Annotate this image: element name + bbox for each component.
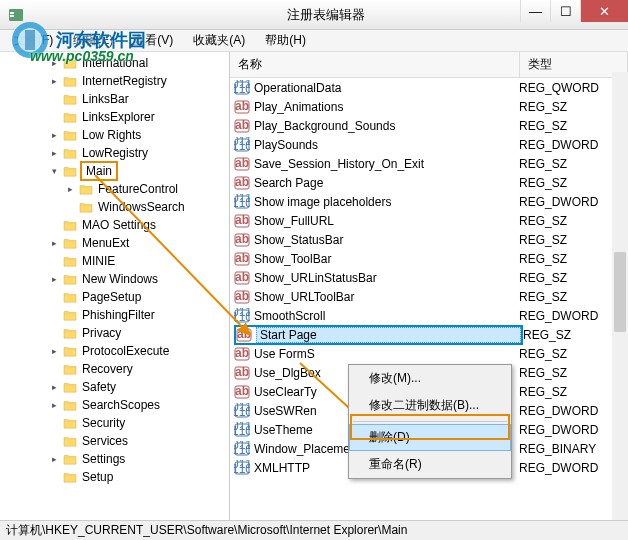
maximize-button[interactable]: ☐ — [550, 0, 580, 22]
list-row[interactable]: abPlay_Background_SoundsREG_SZ — [230, 116, 628, 135]
value-type: REG_DWORD — [519, 309, 598, 323]
column-name[interactable]: 名称 — [230, 52, 520, 77]
tree-item-settings[interactable]: ▸Settings — [0, 450, 229, 468]
expander-icon[interactable] — [48, 363, 60, 375]
context-modify[interactable]: 修改(M)... — [349, 365, 511, 392]
minimize-button[interactable]: — — [520, 0, 550, 22]
tree-item-main[interactable]: ▾Main — [0, 162, 229, 180]
value-name: PlaySounds — [254, 138, 519, 152]
value-name: Play_Background_Sounds — [254, 119, 519, 133]
expander-icon[interactable]: ▸ — [48, 147, 60, 159]
expander-icon[interactable] — [48, 435, 60, 447]
expander-icon[interactable] — [48, 219, 60, 231]
expander-icon[interactable]: ▸ — [48, 345, 60, 357]
list-row[interactable]: 011110SmoothScrollREG_DWORD — [230, 306, 628, 325]
expander-icon[interactable] — [48, 111, 60, 123]
menu-favorites[interactable]: 收藏夹(A) — [183, 30, 255, 51]
svg-text:ab: ab — [237, 327, 251, 341]
list-row[interactable]: abSave_Session_History_On_ExitREG_SZ — [230, 154, 628, 173]
tree-item-minie[interactable]: MINIE — [0, 252, 229, 270]
expander-icon[interactable]: ▸ — [48, 399, 60, 411]
list-row[interactable]: 011110Show image placeholdersREG_DWORD — [230, 192, 628, 211]
tree-item-low-rights[interactable]: ▸Low Rights — [0, 126, 229, 144]
tree-label: PageSetup — [80, 290, 143, 304]
svg-text:ab: ab — [235, 118, 249, 132]
context-modify-binary[interactable]: 修改二进制数据(B)... — [349, 392, 511, 419]
value-type: REG_SZ — [519, 347, 567, 361]
expander-icon[interactable] — [48, 93, 60, 105]
tree-label: Low Rights — [80, 128, 143, 142]
expander-icon[interactable]: ▾ — [48, 165, 60, 177]
list-row[interactable]: abShow_ToolBarREG_SZ — [230, 249, 628, 268]
tree-label: Services — [80, 434, 130, 448]
tree-item-services[interactable]: Services — [0, 432, 229, 450]
value-type: REG_SZ — [519, 100, 567, 114]
expander-icon[interactable] — [48, 471, 60, 483]
close-button[interactable]: ✕ — [580, 0, 628, 22]
expander-icon[interactable] — [48, 291, 60, 303]
tree-item-recovery[interactable]: Recovery — [0, 360, 229, 378]
list-row[interactable]: 011110PlaySoundsREG_DWORD — [230, 135, 628, 154]
tree-item-security[interactable]: Security — [0, 414, 229, 432]
list-row[interactable]: abPlay_AnimationsREG_SZ — [230, 97, 628, 116]
tree-label: MAO Settings — [80, 218, 158, 232]
expander-icon[interactable]: ▸ — [48, 57, 60, 69]
watermark-site: 河东软件园 — [56, 28, 146, 52]
list-scrollbar[interactable] — [612, 72, 628, 520]
tree-item-lowregistry[interactable]: ▸LowRegistry — [0, 144, 229, 162]
list-row[interactable]: abUse FormSREG_SZ — [230, 344, 628, 363]
tree-item-pagesetup[interactable]: PageSetup — [0, 288, 229, 306]
tree-item-privacy[interactable]: Privacy — [0, 324, 229, 342]
list-row[interactable]: abShow_URLinStatusBarREG_SZ — [230, 268, 628, 287]
svg-text:110: 110 — [234, 196, 250, 210]
context-delete[interactable]: 删除(D) — [349, 424, 511, 451]
tree-item-protocolexecute[interactable]: ▸ProtocolExecute — [0, 342, 229, 360]
expander-icon[interactable] — [64, 201, 76, 213]
svg-text:ab: ab — [235, 251, 249, 265]
tree-item-searchscopes[interactable]: ▸SearchScopes — [0, 396, 229, 414]
tree-label: MINIE — [80, 254, 117, 268]
value-type: REG_SZ — [523, 328, 571, 342]
tree-item-international[interactable]: ▸International — [0, 54, 229, 72]
expander-icon[interactable]: ▸ — [48, 273, 60, 285]
value-name: SmoothScroll — [254, 309, 519, 323]
tree-panel[interactable]: ▸International▸InternetRegistryLinksBarL… — [0, 52, 230, 520]
statusbar-path: 计算机\HKEY_CURRENT_USER\Software\Microsoft… — [6, 522, 407, 539]
tree-item-safety[interactable]: ▸Safety — [0, 378, 229, 396]
tree-item-menuext[interactable]: ▸MenuExt — [0, 234, 229, 252]
tree-item-mao-settings[interactable]: MAO Settings — [0, 216, 229, 234]
tree-item-featurecontrol[interactable]: ▸FeatureControl — [0, 180, 229, 198]
value-name: Show_StatusBar — [254, 233, 519, 247]
context-rename[interactable]: 重命名(R) — [349, 451, 511, 478]
tree-item-new-windows[interactable]: ▸New Windows — [0, 270, 229, 288]
list-row[interactable]: abShow_URLToolBarREG_SZ — [230, 287, 628, 306]
svg-text:ab: ab — [235, 175, 249, 189]
tree-item-internetregistry[interactable]: ▸InternetRegistry — [0, 72, 229, 90]
tree-item-phishingfilter[interactable]: PhishingFilter — [0, 306, 229, 324]
list-row[interactable]: abShow_StatusBarREG_SZ — [230, 230, 628, 249]
tree-item-setup[interactable]: Setup — [0, 468, 229, 486]
expander-icon[interactable] — [48, 309, 60, 321]
expander-icon[interactable]: ▸ — [48, 381, 60, 393]
menu-help[interactable]: 帮助(H) — [255, 30, 316, 51]
tree-item-windowssearch[interactable]: WindowsSearch — [0, 198, 229, 216]
expander-icon[interactable]: ▸ — [64, 183, 76, 195]
menu-file[interactable]: 文件(F) — [4, 30, 63, 51]
expander-icon[interactable]: ▸ — [48, 129, 60, 141]
svg-rect-3 — [10, 12, 14, 14]
list-row[interactable]: 011110OperationalDataREG_QWORD — [230, 78, 628, 97]
list-row[interactable]: abShow_FullURLREG_SZ — [230, 211, 628, 230]
list-row[interactable]: abStart PageREG_SZ — [230, 325, 628, 344]
expander-icon[interactable]: ▸ — [48, 453, 60, 465]
expander-icon[interactable]: ▸ — [48, 75, 60, 87]
tree-item-linksbar[interactable]: LinksBar — [0, 90, 229, 108]
value-name: Play_Animations — [254, 100, 519, 114]
expander-icon[interactable] — [48, 417, 60, 429]
list-row[interactable]: abSearch PageREG_SZ — [230, 173, 628, 192]
expander-icon[interactable] — [48, 327, 60, 339]
tree-item-linksexplorer[interactable]: LinksExplorer — [0, 108, 229, 126]
tree-label: Privacy — [80, 326, 123, 340]
expander-icon[interactable]: ▸ — [48, 237, 60, 249]
svg-text:ab: ab — [235, 99, 249, 113]
expander-icon[interactable] — [48, 255, 60, 267]
